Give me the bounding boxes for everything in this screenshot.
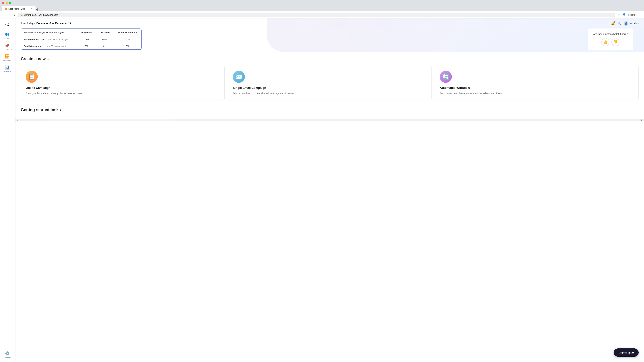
maximize-window-button[interactable] xyxy=(9,2,11,4)
workflow-card-title: Automated Workflow xyxy=(440,86,634,90)
active-tab[interactable]: 🟠 Dashboard · Drip ✕ xyxy=(2,6,36,11)
sidebar: ☺ 👥 People 📣 Campaigns 🔀 Workflows 📊 Ana… xyxy=(0,18,15,362)
lock-icon: 🔒 xyxy=(20,14,23,16)
table-row[interactable]: Email Campaign - ... sent 35 minutes ago… xyxy=(21,43,141,50)
create-card-onsite[interactable]: 📋 Onsite Campaign Grow your list and tur… xyxy=(21,65,224,101)
profile-button[interactable]: 👤 xyxy=(622,12,626,17)
forward-button[interactable]: → xyxy=(8,13,12,17)
unsub-rate-cell-0: 0.0% xyxy=(114,36,141,43)
table-row[interactable]: Moodjoy Email Cam... sent 28 minutes ago… xyxy=(21,36,141,43)
content-area: Recently sent Single Email Campaigns Ope… xyxy=(16,28,644,119)
campaign-col-header: Recently sent Single Email Campaigns xyxy=(21,29,77,36)
scroll-left-button[interactable]: ◀ xyxy=(16,118,19,121)
url-bar[interactable]: 🔒 getdrip.com/7641396/dashboard xyxy=(18,12,615,17)
create-new-title: Create a new... xyxy=(21,56,639,61)
workflow-card-desc: Send immediate follow-up emails with Wor… xyxy=(440,92,634,95)
open-rate-cell-0: 29% xyxy=(77,36,96,43)
sidebar-logo: ☺ xyxy=(4,20,11,28)
sidebar-item-label-analytics: Analytics xyxy=(4,70,11,72)
email-icon: ✉️ xyxy=(235,73,242,80)
close-window-button[interactable] xyxy=(2,2,4,4)
date-range-value: December 6 — December 12 xyxy=(36,22,71,25)
sidebar-item-label-settings: Settings xyxy=(4,356,11,358)
thumbs-up-icon: 👍 xyxy=(603,40,608,44)
feedback-buttons: 👍 👎 xyxy=(593,38,628,46)
url-text: getdrip.com/7641396/dashboard xyxy=(24,13,58,16)
user-menu[interactable]: 👤 Moodjoy xyxy=(624,21,639,26)
scroll-right-button[interactable]: ▶ xyxy=(640,118,643,121)
logo-icon: ☺ xyxy=(4,21,10,28)
scroll-thumb[interactable] xyxy=(50,120,174,120)
tab-bar: 🟠 Dashboard · Drip ✕ + xyxy=(0,6,644,11)
drip-support-button[interactable]: Drip Support xyxy=(614,349,639,357)
address-bar: ← → ↻ 🔒 getdrip.com/7641396/dashboard ☆ … xyxy=(0,11,644,18)
analytics-icon: 📊 xyxy=(5,65,10,70)
date-range-label: Past 7 days: December 6 — December 12 xyxy=(21,22,71,25)
unsub-rate-header: Unsubscribe Rate xyxy=(114,29,141,36)
tab-title: Dashboard · Drip xyxy=(8,7,25,10)
search-button[interactable]: 🔍 xyxy=(617,22,621,25)
onsite-card-desc: Grow your list and turn drive-by visitor… xyxy=(26,92,220,95)
new-tab-button[interactable]: + xyxy=(36,8,38,11)
click-rate-header: Click Rate xyxy=(96,29,114,36)
sidebar-item-label-campaigns: Campaigns xyxy=(3,48,12,50)
browser-chrome: 🟠 Dashboard · Drip ✕ + ← → ↻ 🔒 getdrip.c… xyxy=(0,0,644,18)
notification-dot xyxy=(614,21,615,23)
date-range-prefix: Past 7 days: xyxy=(21,22,36,25)
create-card-workflow[interactable]: 🔄 Automated Workflow Send immediate foll… xyxy=(435,65,639,101)
user-avatar: 👤 xyxy=(624,21,628,26)
sidebar-item-label-people: People xyxy=(4,37,10,39)
campaign-card: Recently sent Single Email Campaigns Ope… xyxy=(21,28,142,50)
tab-favicon: 🟠 xyxy=(5,7,7,10)
thumbs-down-button[interactable]: 👎 xyxy=(612,38,620,46)
sidebar-item-settings[interactable]: ⚙️ Settings xyxy=(1,350,14,360)
title-bar xyxy=(0,0,644,6)
email-card-desc: Send a one-time promotional email to a s… xyxy=(233,92,427,95)
minimize-window-button[interactable] xyxy=(6,2,8,4)
campaign-table: Recently sent Single Email Campaigns Ope… xyxy=(21,29,141,49)
workflow-card-icon: 🔄 xyxy=(440,71,452,83)
onsite-card-icon: 📋 xyxy=(26,71,38,83)
campaign-name-cell: Email Campaign - ... sent 35 minutes ago xyxy=(21,43,77,50)
page-header: Past 7 days: December 6 — December 12 🔔 … xyxy=(16,18,644,28)
onsite-icon: 📋 xyxy=(28,73,36,80)
sidebar-item-workflows[interactable]: 🔀 Workflows xyxy=(1,53,14,63)
create-cards-grid: 📋 Onsite Campaign Grow your list and tur… xyxy=(21,65,639,101)
getting-started-title: Getting started tasks xyxy=(21,107,639,112)
open-rate-cell-1: 0% xyxy=(77,43,96,50)
thumbs-up-button[interactable]: 👍 xyxy=(602,38,610,46)
feedback-section: Are these metrics helpful here? 👍 👎 xyxy=(588,28,633,50)
onsite-card-title: Onsite Campaign xyxy=(26,86,220,90)
click-rate-cell-1: 0% xyxy=(96,43,114,50)
settings-icon: ⚙️ xyxy=(5,351,10,356)
feedback-title: Are these metrics helpful here? xyxy=(593,32,628,35)
campaigns-icon: 📣 xyxy=(5,43,10,48)
scroll-bar: ◀ ▶ xyxy=(16,119,644,121)
reload-button[interactable]: ↻ xyxy=(13,12,16,17)
campaign-name-cell: Moodjoy Email Cam... sent 28 minutes ago xyxy=(21,36,77,43)
thumbs-down-icon: 👎 xyxy=(613,40,618,44)
create-card-email[interactable]: ✉️ Single Email Campaign Send a one-time… xyxy=(228,65,432,101)
close-tab-button[interactable]: ✕ xyxy=(31,7,33,10)
back-button[interactable]: ← xyxy=(2,13,6,17)
main-content: Past 7 days: December 6 — December 12 🔔 … xyxy=(16,18,644,362)
browser-actions: ☆ 👤 Incognito ⋮ xyxy=(617,12,642,17)
bookmark-button[interactable]: ☆ xyxy=(617,12,620,17)
extensions-button[interactable]: ⋮ xyxy=(638,12,642,17)
sidebar-item-analytics[interactable]: 📊 Analytics xyxy=(1,64,14,74)
workflows-icon: 🔀 xyxy=(5,54,10,59)
unsub-rate-cell-1: 0% xyxy=(114,43,141,50)
open-rate-header: Open Rate xyxy=(77,29,96,36)
sidebar-item-label-workflows: Workflows xyxy=(3,59,12,61)
incognito-label: Incognito xyxy=(628,13,636,16)
email-card-icon: ✉️ xyxy=(233,71,245,83)
sidebar-item-campaigns[interactable]: 📣 Campaigns xyxy=(1,41,14,52)
campaigns-section: Recently sent Single Email Campaigns Ope… xyxy=(21,28,639,50)
notification-button[interactable]: 🔔 xyxy=(611,22,615,25)
people-icon: 👥 xyxy=(5,32,10,36)
user-name: Moodjoy xyxy=(630,22,639,25)
sidebar-item-people[interactable]: 👥 People xyxy=(1,30,14,41)
click-rate-cell-0: 0.0% xyxy=(96,36,114,43)
email-card-title: Single Email Campaign xyxy=(233,86,427,90)
workflow-icon: 🔄 xyxy=(442,73,450,80)
